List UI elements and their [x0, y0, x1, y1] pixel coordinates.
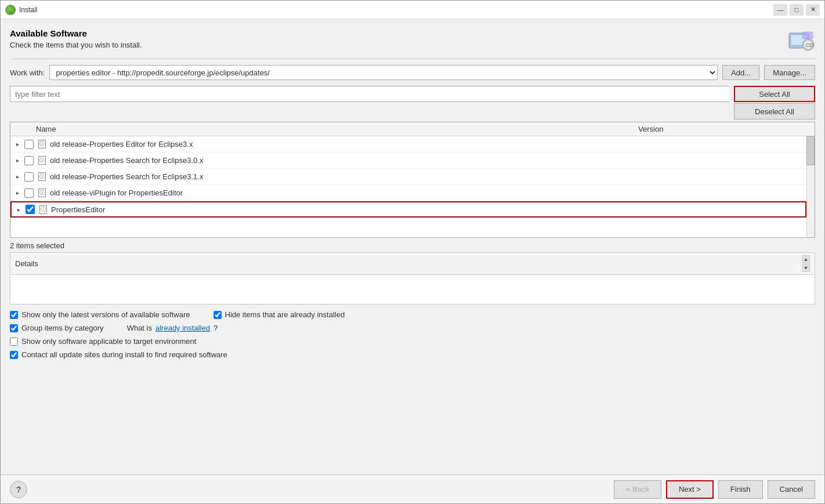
header-separator: [10, 59, 815, 59]
filter-input[interactable]: [10, 86, 729, 102]
plugin-icon-3: ⓘ: [36, 172, 48, 182]
table-row[interactable]: ▸ ⓘ old release-Properties Search for Ec…: [10, 169, 806, 185]
window-title: Install: [19, 6, 773, 14]
scrollbar-thumb[interactable]: [806, 136, 815, 165]
add-button[interactable]: Add...: [722, 65, 759, 80]
bottom-buttons: < Back Next > Finish Cancel: [614, 480, 815, 499]
options-section: Show only the latest versions of availab…: [10, 310, 815, 359]
content-area: Available Software Check the items that …: [1, 19, 824, 474]
row-label-5: PropertiesEditor: [51, 205, 629, 214]
plugin-icon-4: ⓘ: [36, 188, 48, 198]
option-hide-installed: Hide items that are already installed: [214, 310, 345, 319]
software-table: Name Version ▸ ⓘ old release-Properties …: [10, 122, 815, 238]
close-button[interactable]: ✕: [806, 4, 820, 16]
plugin-icon-1: ⓘ: [36, 140, 48, 149]
cancel-button[interactable]: Cancel: [768, 480, 815, 499]
svg-rect-5: [802, 32, 813, 39]
show-latest-label: Show only the latest versions of availab…: [21, 310, 190, 319]
work-with-select[interactable]: properties editor - http://propedit.sour…: [49, 65, 718, 80]
already-installed-prefix: What is: [127, 324, 152, 332]
table-row[interactable]: ▸ ⓘ old release-viPlugin for PropertiesE…: [10, 185, 806, 201]
row-label-3: old release-Properties Search for Eclips…: [50, 172, 630, 181]
help-button[interactable]: ?: [10, 481, 27, 498]
manage-button[interactable]: Manage...: [764, 65, 815, 80]
row-expander[interactable]: ▸: [13, 156, 22, 165]
show-latest-checkbox[interactable]: [10, 311, 18, 319]
contact-all-checkbox[interactable]: [10, 351, 18, 359]
row-expander[interactable]: ▸: [13, 172, 22, 182]
row-checkbox-5[interactable]: [26, 205, 35, 214]
back-button[interactable]: < Back: [614, 480, 661, 499]
row-checkbox-4[interactable]: [24, 188, 34, 198]
already-installed-link[interactable]: already installed: [155, 324, 210, 332]
options-row-1: Show only the latest versions of availab…: [10, 310, 815, 319]
plugin-icon-5: ⓘ: [37, 205, 49, 214]
options-row-2: Group items by category What is already …: [10, 324, 815, 332]
work-with-row: Work with: properties editor - http://pr…: [10, 65, 815, 80]
details-scroll-arrows: ▲ ▼: [802, 255, 810, 272]
option-group-category: Group items by category: [10, 324, 104, 332]
details-header: Details ▲ ▼: [10, 253, 815, 275]
table-body: ▸ ⓘ old release-Properties Editor for Ec…: [10, 136, 815, 217]
table-row[interactable]: ▸ ⓘ old release-Properties Editor for Ec…: [10, 136, 806, 153]
row-label-1: old release-Properties Editor for Eclips…: [50, 140, 630, 148]
maximize-button[interactable]: □: [790, 4, 804, 16]
minimize-button[interactable]: —: [773, 4, 787, 16]
bottom-bar: ? < Back Next > Finish Cancel: [1, 474, 824, 503]
col-name-header: Name: [13, 125, 638, 133]
group-category-label: Group items by category: [21, 324, 104, 332]
install-window: Install — □ ✕ Available Software Check t…: [0, 0, 825, 504]
side-buttons: Select All Deselect All: [734, 86, 815, 119]
options-row-3: Show only software applicable to target …: [10, 337, 815, 346]
filter-row: Select All Deselect All: [10, 86, 815, 119]
already-installed-suffix: ?: [214, 324, 218, 332]
row-checkbox-3[interactable]: [24, 172, 34, 182]
row-expander[interactable]: ▸: [14, 205, 23, 214]
scroll-up-arrow[interactable]: ▲: [802, 255, 810, 263]
contact-all-label: Contact all update sites during install …: [21, 350, 227, 359]
col-version-header: Version: [638, 125, 812, 133]
title-bar-controls: — □ ✕: [773, 4, 820, 16]
show-applicable-checkbox[interactable]: [10, 338, 18, 346]
table-scrollbar[interactable]: [806, 136, 815, 237]
table-header: Name Version: [10, 122, 815, 136]
page-subtitle: Check the items that you wish to install…: [10, 41, 142, 49]
row-checkbox-1[interactable]: [24, 140, 34, 149]
option-already-installed: What is already installed ?: [127, 324, 218, 332]
hide-installed-label: Hide items that are already installed: [225, 310, 345, 319]
scroll-down-arrow[interactable]: ▼: [802, 264, 810, 272]
options-row-4: Contact all update sites during install …: [10, 350, 815, 359]
work-with-label: Work with:: [10, 68, 45, 77]
hide-installed-checkbox[interactable]: [214, 311, 222, 319]
select-all-button[interactable]: Select All: [734, 86, 815, 102]
row-label-2: old release-Properties Search for Eclips…: [50, 156, 630, 165]
window-icon: [5, 5, 16, 15]
header-section: Available Software Check the items that …: [10, 28, 815, 52]
finish-button[interactable]: Finish: [718, 480, 763, 499]
show-applicable-label: Show only software applicable to target …: [21, 337, 196, 346]
deselect-all-button[interactable]: Deselect All: [734, 103, 815, 119]
title-bar: Install — □ ✕: [1, 1, 824, 19]
table-row[interactable]: ▸ ⓘ old release-Properties Search for Ec…: [10, 153, 806, 169]
option-show-applicable: Show only software applicable to target …: [10, 337, 196, 346]
next-button[interactable]: Next >: [666, 480, 714, 499]
group-category-checkbox[interactable]: [10, 324, 18, 332]
details-body: [10, 275, 815, 304]
row-label-4: old release-viPlugin for PropertiesEdito…: [50, 188, 630, 197]
svg-text:CD: CD: [806, 42, 813, 48]
details-title: Details: [15, 259, 38, 268]
row-checkbox-2[interactable]: [24, 156, 34, 165]
items-selected: 2 items selected: [10, 238, 815, 252]
option-show-latest: Show only the latest versions of availab…: [10, 310, 190, 319]
details-section: Details ▲ ▼: [10, 252, 815, 304]
table-row[interactable]: ▸ ⓘ PropertiesEditor: [10, 201, 806, 217]
header-text: Available Software Check the items that …: [10, 28, 142, 49]
install-wizard-icon: CD: [786, 28, 815, 52]
option-contact-all: Contact all update sites during install …: [10, 350, 227, 359]
page-title: Available Software: [10, 28, 142, 38]
row-expander[interactable]: ▸: [13, 140, 22, 149]
plugin-icon-2: ⓘ: [36, 156, 48, 165]
row-expander[interactable]: ▸: [13, 188, 22, 198]
